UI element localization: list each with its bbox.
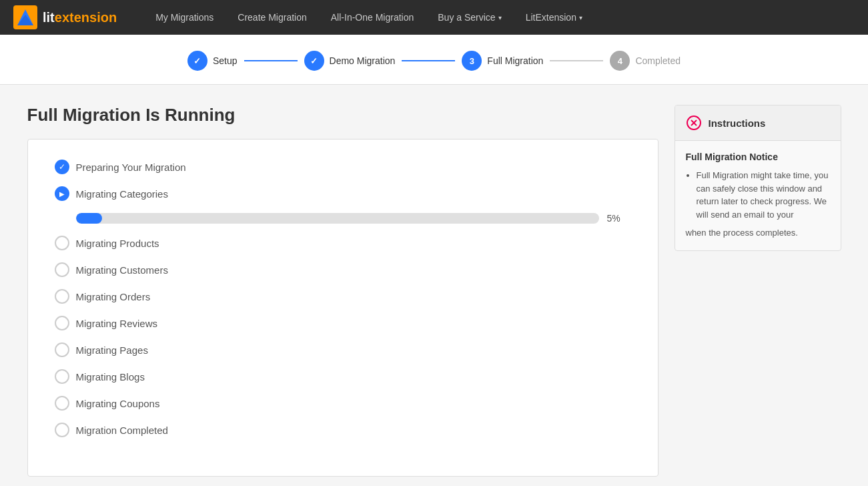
instructions-body: Full Migration Notice Full Migration mig… <box>675 141 841 250</box>
label-reviews: Migrating Reviews <box>76 318 158 329</box>
icon-categories: ▶ <box>55 186 69 201</box>
icon-products <box>55 236 69 250</box>
instructions-header: Instructions <box>675 105 841 141</box>
icon-orders <box>55 289 69 304</box>
left-panel: Full Migration Is Running ✓ Preparing Yo… <box>27 105 659 477</box>
item-customers: Migrating Customers <box>55 262 631 277</box>
icon-customers <box>55 262 69 277</box>
label-pages: Migrating Pages <box>76 344 148 356</box>
step-completed-label: Completed <box>635 55 681 66</box>
label-prepare: Preparing Your Migration <box>76 162 186 173</box>
notice-title: Full Migration Notice <box>686 152 830 162</box>
item-categories: ▶ Migrating Categories <box>55 186 631 201</box>
step-setup-circle: ✓ <box>187 51 207 71</box>
icon-coupons <box>55 396 69 411</box>
label-customers: Migrating Customers <box>76 264 168 276</box>
main-content: Full Migration Is Running ✓ Preparing Yo… <box>14 85 855 486</box>
connector-1 <box>244 60 298 61</box>
progress-percent: 5% <box>607 213 631 224</box>
step-completed: 4 Completed <box>610 51 681 71</box>
page-title: Full Migration Is Running <box>27 105 659 126</box>
progress-fill <box>76 213 102 224</box>
icon-pages <box>55 342 69 357</box>
nav-my-migrations[interactable]: My Migrations <box>143 12 226 23</box>
item-migration-completed: Migration Completed <box>55 423 631 437</box>
icon-reviews <box>55 316 69 330</box>
icon-blogs <box>55 369 69 384</box>
notice-text2: when the process completes. <box>686 226 830 240</box>
step-full-label: Full Migration <box>487 55 543 66</box>
connector-3 <box>550 60 603 61</box>
step-full-circle: 3 <box>462 51 482 71</box>
logo-text: litextension <box>43 10 117 25</box>
nav-all-in-one[interactable]: All-In-One Migration <box>319 12 426 23</box>
item-coupons: Migrating Coupons <box>55 396 631 411</box>
nav-menu: My Migrations Create Migration All-In-On… <box>143 12 594 23</box>
step-full: 3 Full Migration <box>462 51 543 71</box>
buy-service-caret: ▾ <box>498 14 502 21</box>
connector-2 <box>402 60 455 61</box>
label-migration-completed: Migration Completed <box>76 425 168 436</box>
item-pages: Migrating Pages <box>55 342 631 357</box>
step-demo-label: Demo Migration <box>330 55 396 66</box>
item-reviews: Migrating Reviews <box>55 316 631 330</box>
icon-migration-completed <box>55 423 69 437</box>
item-blogs: Migrating Blogs <box>55 369 631 384</box>
label-categories: Migrating Categories <box>76 188 168 200</box>
litextension-caret: ▾ <box>579 14 582 21</box>
label-products: Migrating Products <box>76 238 159 249</box>
nav-buy-service[interactable]: Buy a Service ▾ <box>426 12 513 23</box>
right-panel: Instructions Full Migration Notice Full … <box>675 105 841 477</box>
instructions-title: Instructions <box>709 117 766 129</box>
progress-track <box>76 213 599 224</box>
nav-litextension[interactable]: LitExtension ▾ <box>514 12 594 23</box>
notice-list-item: Full Migration might take time, you can … <box>697 169 830 221</box>
label-orders: Migrating Orders <box>76 291 151 302</box>
instructions-card: Instructions Full Migration Notice Full … <box>675 105 841 251</box>
item-orders: Migrating Orders <box>55 289 631 304</box>
logo-link[interactable]: litextension <box>13 5 117 29</box>
logo-icon <box>13 5 37 29</box>
step-demo-circle: ✓ <box>304 51 324 71</box>
step-completed-circle: 4 <box>610 51 630 71</box>
label-coupons: Migrating Coupons <box>76 398 160 409</box>
item-prepare: ✓ Preparing Your Migration <box>55 160 631 174</box>
notice-list: Full Migration might take time, you can … <box>686 169 830 221</box>
label-blogs: Migrating Blogs <box>76 371 145 383</box>
item-products: Migrating Products <box>55 236 631 250</box>
progress-steps: ✓ Setup ✓ Demo Migration 3 Full Migratio… <box>0 35 868 85</box>
step-setup: ✓ Setup <box>187 51 238 71</box>
instructions-icon <box>686 115 702 131</box>
icon-prepare: ✓ <box>55 160 69 174</box>
step-demo: ✓ Demo Migration <box>304 51 396 71</box>
step-setup-label: Setup <box>213 55 238 66</box>
navbar: litextension My Migrations Create Migrat… <box>0 0 868 35</box>
progress-row: 5% <box>76 213 631 224</box>
nav-create-migration[interactable]: Create Migration <box>226 12 319 23</box>
migration-card: ✓ Preparing Your Migration ▶ Migrating C… <box>27 139 659 477</box>
